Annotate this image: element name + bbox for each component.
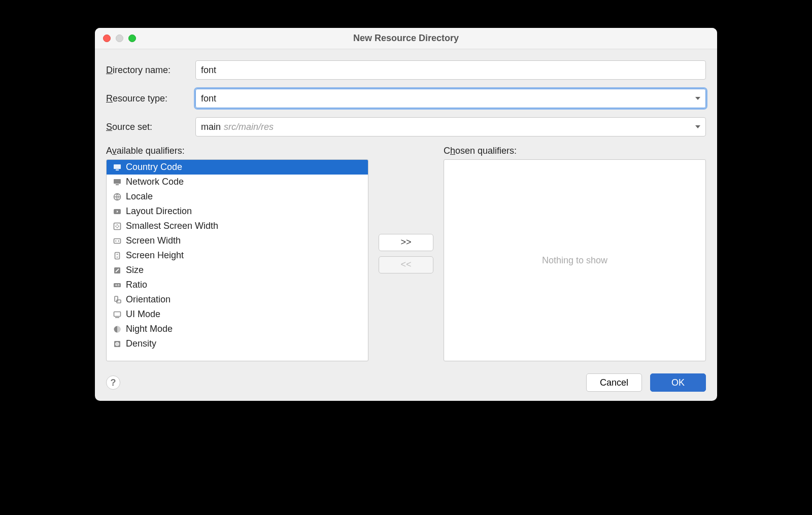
help-button[interactable]: ? — [106, 375, 120, 390]
directory-name-label: Directory name: — [106, 65, 187, 76]
qualifier-label: Locale — [126, 191, 153, 202]
qualifier-label: Screen Width — [126, 235, 181, 246]
minimize-icon — [116, 35, 123, 42]
svg-rect-0 — [114, 164, 121, 169]
svg-text:4:3: 4:3 — [115, 284, 120, 287]
qualifier-icon — [113, 178, 122, 187]
source-set-label: Source set: — [106, 122, 187, 132]
svg-rect-6 — [114, 223, 121, 229]
qualifier-label: UI Mode — [126, 309, 160, 320]
qualifier-icon — [113, 266, 122, 275]
resource-type-select[interactable]: font — [195, 89, 706, 108]
titlebar: New Resource Directory — [95, 28, 717, 49]
resource-type-label: Resource type: — [106, 93, 187, 104]
cancel-button[interactable]: Cancel — [586, 373, 642, 392]
zoom-icon[interactable] — [128, 35, 136, 42]
qualifier-label: Country Code — [126, 162, 182, 173]
chosen-qualifiers-list[interactable]: Nothing to show — [444, 159, 706, 361]
qualifier-icon — [113, 339, 122, 349]
qualifier-label: Smallest Screen Width — [126, 221, 218, 231]
list-item[interactable]: Smallest Screen Width — [107, 219, 368, 233]
svg-rect-8 — [115, 252, 120, 259]
list-item[interactable]: Density — [107, 336, 368, 351]
svg-rect-15 — [115, 317, 119, 318]
source-set-value: main — [201, 122, 221, 132]
qualifier-label: Network Code — [126, 177, 184, 187]
qualifier-icon — [113, 310, 122, 319]
close-icon[interactable] — [103, 35, 111, 42]
qualifier-icon: 4:3 — [113, 281, 122, 290]
available-qualifiers-label: Available qualifiers: — [106, 146, 368, 156]
svg-rect-7 — [114, 238, 121, 243]
svg-rect-12 — [115, 296, 118, 301]
list-item[interactable]: Network Code — [107, 175, 368, 189]
new-resource-directory-dialog: New Resource Directory Directory name: f… — [95, 28, 717, 401]
list-item[interactable]: Size — [107, 263, 368, 278]
dialog-title: New Resource Directory — [95, 33, 717, 44]
qualifier-icon — [113, 295, 122, 304]
ok-button[interactable]: OK — [650, 373, 706, 392]
chevron-down-icon — [695, 97, 700, 100]
chosen-empty-text: Nothing to show — [542, 255, 607, 266]
qualifier-label: Screen Height — [126, 250, 184, 261]
qualifier-icon — [113, 325, 122, 334]
qualifier-icon — [113, 163, 122, 172]
qualifier-label: Ratio — [126, 280, 147, 290]
list-item[interactable]: 4:3Ratio — [107, 278, 368, 292]
qualifier-label: Size — [126, 265, 144, 276]
list-item[interactable]: Locale — [107, 189, 368, 204]
svg-rect-1 — [116, 169, 119, 170]
window-controls — [95, 35, 136, 42]
add-qualifier-button[interactable]: >> — [379, 234, 433, 251]
qualifier-label: Orientation — [126, 294, 171, 305]
qualifier-icon — [113, 251, 122, 260]
list-item[interactable]: Screen Width — [107, 233, 368, 248]
chevron-down-icon — [695, 125, 700, 128]
available-qualifiers-list[interactable]: Country CodeNetwork CodeLocaleLayout Dir… — [106, 159, 368, 361]
svg-rect-2 — [114, 179, 121, 184]
list-item[interactable]: Orientation — [107, 292, 368, 307]
qualifier-icon — [113, 192, 122, 201]
remove-qualifier-button: << — [379, 256, 433, 273]
resource-type-value: font — [201, 93, 216, 104]
dialog-content: Directory name: font Resource type: font… — [95, 49, 717, 366]
qualifier-label: Density — [126, 338, 156, 349]
directory-name-value: font — [201, 65, 216, 76]
list-item[interactable]: Night Mode — [107, 322, 368, 336]
qualifier-icon — [113, 207, 122, 216]
source-set-select[interactable]: main src/main/res — [195, 117, 706, 136]
directory-name-input[interactable]: font — [195, 60, 706, 80]
qualifier-label: Layout Direction — [126, 206, 192, 217]
qualifier-icon — [113, 222, 122, 231]
list-item[interactable]: Country Code — [107, 160, 368, 175]
svg-rect-14 — [114, 312, 121, 316]
list-item[interactable]: Layout Direction — [107, 204, 368, 219]
list-item[interactable]: Screen Height — [107, 248, 368, 263]
qualifier-icon — [113, 236, 122, 246]
source-set-hint: src/main/res — [224, 122, 274, 132]
svg-rect-3 — [116, 184, 119, 185]
qualifier-label: Night Mode — [126, 324, 173, 334]
chosen-qualifiers-label: Chosen qualifiers: — [444, 146, 706, 156]
list-item[interactable]: UI Mode — [107, 307, 368, 322]
